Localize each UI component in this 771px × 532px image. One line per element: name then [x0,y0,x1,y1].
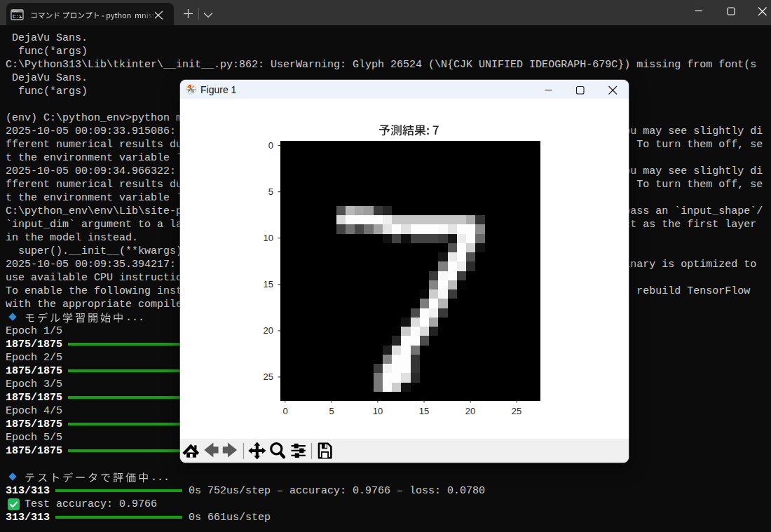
svg-text:C:\: C:\ [13,14,22,20]
